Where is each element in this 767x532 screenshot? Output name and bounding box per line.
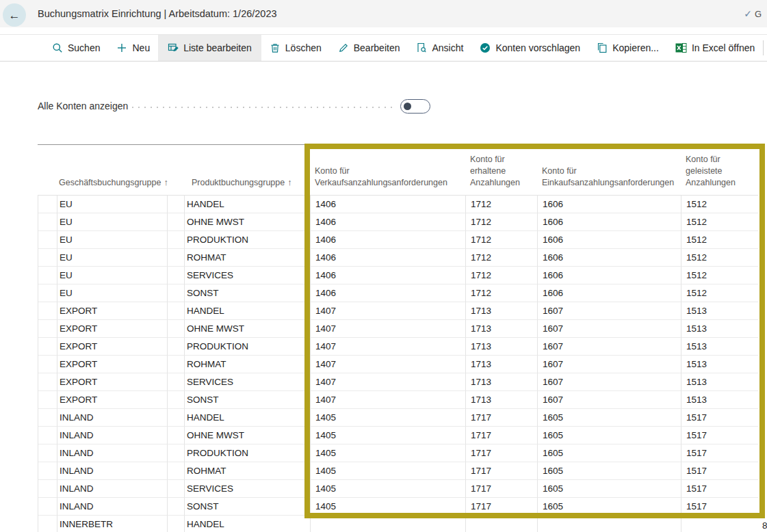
cell-erhaltene-anzahlungen[interactable]: 1717	[466, 427, 538, 444]
cell-produktbuchungsgruppe[interactable]: SONST	[185, 284, 311, 302]
cell-produktbuchungsgruppe[interactable]: HANDEL	[185, 196, 311, 213]
column-header-produktbuchungsgruppe[interactable]: Produktbuchungsgruppe ↑	[184, 146, 310, 195]
cell-einkaufsanzahlungsanforderungen[interactable]: 1605	[538, 409, 681, 427]
suggest-accounts-button[interactable]: Konten vorschlagen	[471, 35, 588, 61]
cell-einkaufsanzahlungsanforderungen[interactable]: 1607	[538, 320, 681, 338]
column-header-einkaufsanzahlungsanforderungen[interactable]: Konto für Einkaufsanzahlungsanforderunge…	[537, 146, 681, 195]
table-row[interactable]: EXPORT OHNE MWST 1407 1713 1607 1513	[38, 320, 758, 338]
new-button[interactable]: Neu	[108, 35, 158, 61]
table-row[interactable]: INLAND PRODUKTION 1405 1717 1605 1517	[38, 444, 758, 462]
row-select-cell[interactable]	[38, 213, 57, 231]
cell-verkaufsanzahlungsanforderungen[interactable]: 1407	[311, 320, 466, 338]
table-row[interactable]: EXPORT HANDEL 1407 1713 1607 1513	[38, 302, 758, 320]
cell-geleistete-anzahlungen[interactable]: 1517	[681, 427, 758, 444]
table-row[interactable]: EU HANDEL 1406 1712 1606 1512	[38, 196, 758, 213]
row-select-cell[interactable]	[38, 427, 57, 444]
delete-button[interactable]: Löschen	[261, 35, 330, 61]
table-row[interactable]: EU SONST 1406 1712 1606 1512	[38, 284, 758, 302]
row-select-cell[interactable]	[38, 249, 57, 267]
table-row[interactable]: EU ROHMAT 1406 1712 1606 1512	[38, 249, 758, 267]
table-row[interactable]: EU PRODUKTION 1406 1712 1606 1512	[38, 231, 758, 249]
row-select-cell[interactable]	[38, 320, 57, 338]
cell-geschaeftsbuchungsgruppe[interactable]: EU	[57, 231, 168, 249]
cell-einkaufsanzahlungsanforderungen[interactable]: 1606	[538, 231, 681, 249]
cell-geleistete-anzahlungen[interactable]: 1517	[681, 444, 758, 462]
cell-geschaeftsbuchungsgruppe[interactable]: INLAND	[57, 498, 168, 516]
cell-geschaeftsbuchungsgruppe[interactable]: EXPORT	[57, 356, 168, 373]
table-row[interactable]: INLAND ROHMAT 1405 1717 1605 1517	[38, 462, 758, 480]
cell-erhaltene-anzahlungen[interactable]: 1713	[466, 302, 538, 320]
cell-produktbuchungsgruppe[interactable]: ROHMAT	[185, 356, 311, 373]
row-select-cell[interactable]	[38, 302, 57, 320]
cell-geleistete-anzahlungen[interactable]: 1512	[681, 231, 758, 249]
cell-produktbuchungsgruppe[interactable]: OHNE MWST	[185, 320, 311, 338]
edit-list-button[interactable]: Liste bearbeiten	[158, 35, 261, 61]
cell-produktbuchungsgruppe[interactable]: PRODUKTION	[185, 231, 311, 249]
cell-geleistete-anzahlungen[interactable]: 1512	[681, 196, 758, 213]
cell-einkaufsanzahlungsanforderungen[interactable]: 1607	[538, 356, 681, 373]
cell-produktbuchungsgruppe[interactable]: PRODUKTION	[185, 444, 311, 462]
cell-einkaufsanzahlungsanforderungen[interactable]: 1605	[538, 498, 681, 516]
cell-geleistete-anzahlungen[interactable]: 1513	[681, 356, 758, 373]
row-select-cell[interactable]	[38, 196, 57, 213]
cell-produktbuchungsgruppe[interactable]: HANDEL	[185, 302, 311, 320]
cell-geschaeftsbuchungsgruppe[interactable]: EU	[57, 213, 168, 231]
cell-geschaeftsbuchungsgruppe[interactable]: EXPORT	[57, 320, 168, 338]
copy-button[interactable]: Kopieren...	[588, 35, 667, 61]
cell-geleistete-anzahlungen[interactable]	[681, 516, 758, 532]
cell-verkaufsanzahlungsanforderungen[interactable]: 1407	[311, 373, 466, 391]
cell-geleistete-anzahlungen[interactable]: 1517	[681, 498, 758, 516]
cell-geschaeftsbuchungsgruppe[interactable]: EU	[57, 196, 168, 213]
cell-geschaeftsbuchungsgruppe[interactable]: EXPORT	[57, 391, 168, 409]
cell-verkaufsanzahlungsanforderungen[interactable]: 1405	[311, 498, 466, 516]
table-row[interactable]: EXPORT SONST 1407 1713 1607 1513	[38, 391, 758, 409]
cell-geleistete-anzahlungen[interactable]: 1512	[681, 267, 758, 284]
more-options-button[interactable]: W	[764, 42, 767, 53]
table-row[interactable]: EXPORT PRODUKTION 1407 1713 1607 1513	[38, 338, 758, 356]
column-header-geleistete-anzahlungen[interactable]: Konto für geleistete Anzahlungen	[681, 146, 758, 195]
cell-einkaufsanzahlungsanforderungen[interactable]: 1605	[538, 480, 681, 498]
cell-erhaltene-anzahlungen[interactable]: 1713	[466, 356, 538, 373]
column-header-erhaltene-anzahlungen[interactable]: Konto für erhaltene Anzahlungen	[465, 146, 537, 195]
cell-erhaltene-anzahlungen[interactable]: 1712	[466, 249, 538, 267]
row-select-cell[interactable]	[38, 462, 57, 480]
table-row[interactable]: EU SERVICES 1406 1712 1606 1512	[38, 267, 758, 284]
cell-erhaltene-anzahlungen[interactable]: 1717	[466, 480, 538, 498]
table-row[interactable]: EXPORT SERVICES 1407 1713 1607 1513	[38, 373, 758, 391]
cell-produktbuchungsgruppe[interactable]: SERVICES	[185, 267, 311, 284]
cell-produktbuchungsgruppe[interactable]: SERVICES	[185, 373, 311, 391]
row-select-cell[interactable]	[38, 480, 57, 498]
row-select-cell[interactable]	[38, 231, 57, 249]
cell-produktbuchungsgruppe[interactable]: ROHMAT	[185, 249, 311, 267]
cell-einkaufsanzahlungsanforderungen[interactable]: 1606	[538, 284, 681, 302]
cell-geleistete-anzahlungen[interactable]: 1512	[681, 213, 758, 231]
cell-einkaufsanzahlungsanforderungen[interactable]: 1605	[538, 444, 681, 462]
row-select-cell[interactable]	[38, 498, 57, 516]
cell-erhaltene-anzahlungen[interactable]: 1717	[466, 498, 538, 516]
edit-button[interactable]: Bearbeiten	[330, 35, 408, 61]
cell-geschaeftsbuchungsgruppe[interactable]: INLAND	[57, 427, 168, 444]
cell-einkaufsanzahlungsanforderungen[interactable]: 1606	[538, 213, 681, 231]
cell-erhaltene-anzahlungen[interactable]: 1712	[466, 196, 538, 213]
cell-erhaltene-anzahlungen[interactable]: 1717	[466, 462, 538, 480]
cell-geleistete-anzahlungen[interactable]: 1512	[681, 249, 758, 267]
table-row[interactable]: EXPORT ROHMAT 1407 1713 1607 1513	[38, 356, 758, 373]
cell-erhaltene-anzahlungen[interactable]: 1717	[466, 409, 538, 427]
cell-geschaeftsbuchungsgruppe[interactable]: INLAND	[57, 462, 168, 480]
cell-verkaufsanzahlungsanforderungen[interactable]: 1407	[311, 356, 466, 373]
cell-verkaufsanzahlungsanforderungen[interactable]: 1406	[311, 249, 466, 267]
cell-produktbuchungsgruppe[interactable]: ROHMAT	[185, 462, 311, 480]
table-row[interactable]: INNERBETR HANDEL	[38, 516, 758, 532]
cell-verkaufsanzahlungsanforderungen[interactable]: 1405	[311, 409, 466, 427]
cell-verkaufsanzahlungsanforderungen[interactable]: 1405	[311, 444, 466, 462]
cell-erhaltene-anzahlungen[interactable]: 1713	[466, 391, 538, 409]
table-row[interactable]: INLAND SONST 1405 1717 1605 1517	[38, 498, 758, 516]
cell-geleistete-anzahlungen[interactable]: 1513	[681, 320, 758, 338]
cell-verkaufsanzahlungsanforderungen[interactable]	[311, 516, 466, 532]
row-select-cell[interactable]	[38, 444, 57, 462]
cell-produktbuchungsgruppe[interactable]: SONST	[185, 498, 311, 516]
row-select-cell[interactable]	[38, 409, 57, 427]
cell-geschaeftsbuchungsgruppe[interactable]: INLAND	[57, 480, 168, 498]
view-button[interactable]: Ansicht	[408, 35, 471, 61]
column-header-geschaeftsbuchungsgruppe[interactable]: Geschäftsbuchungsgruppe ↑	[57, 146, 167, 195]
